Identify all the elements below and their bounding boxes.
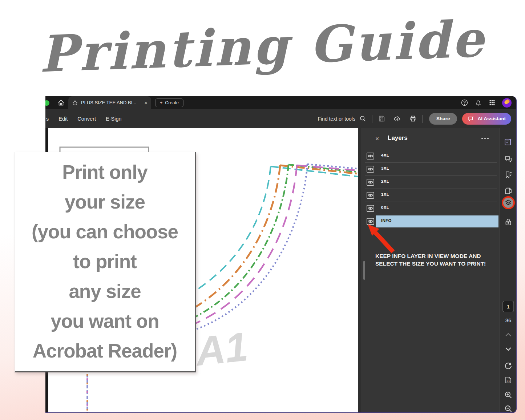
layers-instruction-text: KEEP INFO LAYER IN VIEW MODE AND SELECT …: [375, 252, 490, 267]
cloud-upload-icon[interactable]: [393, 115, 401, 122]
size-line-neckline: [195, 164, 307, 330]
bookmarks-icon[interactable]: [504, 170, 513, 179]
notifications-bell-icon[interactable]: [474, 99, 482, 106]
note-line: Print only: [15, 157, 195, 187]
layer-visibility-eye-icon[interactable]: [366, 152, 375, 160]
note-line: Acrobat Reader): [15, 336, 195, 366]
layers-tool-icon[interactable]: [502, 196, 515, 209]
selected-layer-highlight: [376, 215, 498, 227]
menu-item-edit[interactable]: Edit: [58, 116, 68, 122]
share-button[interactable]: Share: [429, 113, 457, 125]
layer-visibility-eye-icon[interactable]: [366, 191, 375, 199]
next-page-chevron-icon[interactable]: [504, 344, 513, 353]
save-icon[interactable]: [378, 115, 385, 122]
ai-assistant-button[interactable]: AI Assistant: [462, 113, 511, 125]
create-button[interactable]: + Create: [155, 98, 183, 107]
window-green-dot[interactable]: [45, 100, 49, 106]
layer-row-3xl[interactable]: 3XL: [361, 163, 500, 176]
layers-panel-close-icon[interactable]: ×: [375, 135, 379, 142]
comments-icon[interactable]: [504, 155, 513, 163]
strip-divider: [504, 148, 513, 148]
layer-row-info[interactable]: INFO: [361, 215, 500, 228]
toolbar-divider: [372, 115, 372, 123]
zoom-in-icon[interactable]: [504, 391, 513, 399]
tab-title: PLUS SIZE TEE AND BI...: [81, 100, 141, 105]
layer-row-4xl[interactable]: 4XL: [361, 150, 500, 163]
menu-item-esign[interactable]: E-Sign: [106, 116, 122, 122]
tab-bar: PLUS SIZE TEE AND BI... × + Create: [45, 96, 516, 109]
pattern-sheet-label: A1: [193, 324, 250, 375]
page-count: 36: [505, 317, 512, 323]
toolbar-divider: [422, 115, 423, 123]
page-number-input[interactable]: [503, 301, 514, 312]
size-line-neckline: [195, 165, 297, 323]
user-avatar[interactable]: [502, 98, 512, 108]
right-tool-strip: 36 1:1: [500, 128, 517, 413]
organize-pages-icon[interactable]: [504, 186, 513, 195]
previous-page-chevron-icon[interactable]: [504, 331, 513, 339]
size-line-neckline: [195, 165, 288, 317]
layer-visibility-eye-icon[interactable]: [366, 204, 375, 213]
document-tab[interactable]: PLUS SIZE TEE AND BI... ×: [68, 96, 151, 109]
rotate-view-icon[interactable]: [504, 362, 513, 370]
layers-panel-title: Layers: [388, 134, 408, 142]
zoom-out-icon[interactable]: [504, 404, 513, 413]
print-note-box: Print only your size (you can choose to …: [15, 152, 196, 372]
home-icon[interactable]: [57, 99, 65, 107]
menu-item-partial[interactable]: s: [46, 116, 49, 122]
note-line: to print: [15, 247, 195, 276]
layer-row-1xl[interactable]: 1XL: [361, 189, 500, 202]
find-text-or-tools[interactable]: Find text or tools: [318, 116, 355, 122]
menu-item-convert[interactable]: Convert: [77, 116, 96, 122]
layer-row-0xl[interactable]: 0XL: [361, 202, 500, 215]
layer-visibility-eye-icon[interactable]: [366, 165, 375, 173]
ai-assistant-panel-icon[interactable]: [504, 138, 513, 146]
star-icon: [72, 100, 78, 106]
note-line: you want on: [15, 306, 195, 336]
protect-lock-icon[interactable]: [504, 218, 513, 226]
note-line: any size: [15, 276, 195, 306]
toolbar: s Edit Convert E-Sign Find text or tools…: [45, 109, 516, 128]
layer-visibility-eye-icon[interactable]: [366, 217, 375, 226]
layer-visibility-eye-icon[interactable]: [366, 178, 375, 186]
layers-options-icon[interactable]: [481, 138, 489, 139]
tab-close-icon[interactable]: ×: [144, 100, 148, 106]
ai-chat-icon: [468, 115, 474, 122]
print-icon[interactable]: [409, 115, 417, 122]
help-icon[interactable]: [461, 99, 468, 106]
note-line: (you can choose: [15, 217, 195, 247]
app-grid-icon[interactable]: [488, 99, 496, 106]
strip-divider: [504, 357, 513, 357]
note-line: your size: [15, 187, 195, 217]
search-icon[interactable]: [359, 115, 367, 122]
svg-text:1:1: 1:1: [506, 380, 510, 382]
layer-row-2xl[interactable]: 2XL: [361, 176, 500, 189]
actual-size-icon[interactable]: 1:1: [504, 376, 513, 384]
panel-scrollbar-thumb[interactable]: [363, 261, 365, 280]
layers-panel: × Layers 4XL 3XL 2XL 1XL 0XL: [361, 128, 500, 413]
plus-icon: +: [160, 100, 162, 105]
page-title: Printing Guide: [0, 0, 525, 103]
